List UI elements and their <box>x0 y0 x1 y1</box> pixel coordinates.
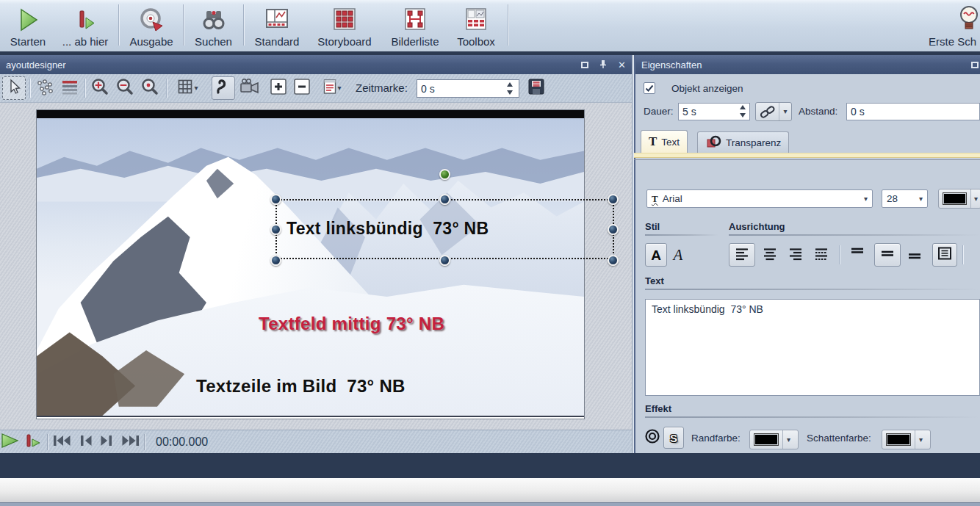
restore-icon[interactable] <box>581 62 588 68</box>
timemark-list-button[interactable]: ▾ <box>317 76 347 100</box>
schattenfarbe-color-button[interactable]: ▾ <box>882 430 931 449</box>
restore-icon[interactable] <box>971 62 979 68</box>
close-icon[interactable]: ✕ <box>618 61 626 69</box>
node-edit-button[interactable] <box>33 76 57 100</box>
align-left-button[interactable] <box>729 243 755 267</box>
next-frame-button[interactable] <box>100 435 113 449</box>
grid-settings-button[interactable]: ▾ <box>170 76 204 100</box>
shadow-effect-button[interactable]: S <box>663 427 684 449</box>
playback-bar: 00:00.000 <box>0 430 632 453</box>
zeitmarke-input[interactable] <box>417 79 519 98</box>
app-window: Starten ... ab hier Ausgabe Suchen <box>0 0 980 506</box>
storyboard-view-button[interactable]: Storyboard <box>309 1 380 50</box>
valign-middle-icon <box>879 246 896 264</box>
resize-handle-top-left[interactable] <box>270 194 281 205</box>
toolbox-icon <box>463 4 489 35</box>
resize-handle-middle-right[interactable] <box>608 224 619 235</box>
chevron-down-icon[interactable]: ▾ <box>782 430 794 449</box>
tab-transparenz[interactable]: Transparenz <box>697 131 789 153</box>
font-family-select[interactable]: T Arial ▾ <box>646 189 873 208</box>
resize-handle-bottom-right[interactable] <box>608 255 619 266</box>
resize-handle-bottom-left[interactable] <box>270 255 281 266</box>
toolbox-view-button[interactable]: Toolbox <box>449 1 503 50</box>
list-lines-icon <box>60 78 79 98</box>
valign-middle-button[interactable] <box>874 243 901 267</box>
italic-button[interactable]: A <box>669 243 688 267</box>
check-icon <box>645 84 654 93</box>
bilderliste-view-button[interactable]: Bilderliste <box>381 1 449 50</box>
abstand-input[interactable] <box>846 103 980 120</box>
canvas-text-object-bottom[interactable]: Textzeile im Bild 73° NB <box>196 376 406 397</box>
object-list-button[interactable] <box>58 76 82 100</box>
toolbar-separator <box>243 4 245 46</box>
play-from-here-button[interactable] <box>25 433 43 452</box>
erste-schritte-button[interactable]: Erste Sch <box>929 1 980 50</box>
toolbar-separator <box>508 4 509 46</box>
previous-frame-button[interactable] <box>79 435 93 449</box>
valign-bottom-button[interactable] <box>903 243 926 267</box>
remove-button[interactable] <box>291 76 313 100</box>
rotate-handle[interactable] <box>439 169 450 180</box>
text-content-textarea[interactable]: Text linksbündig 73° NB <box>645 299 980 396</box>
resize-handle-middle-left[interactable] <box>270 224 281 235</box>
fit-frame-icon <box>937 246 953 264</box>
align-right-icon <box>788 246 804 264</box>
pin-icon[interactable] <box>599 59 607 70</box>
ab-hier-label: ... ab hier <box>62 35 109 48</box>
skip-end-button[interactable] <box>120 435 140 449</box>
motion-path-button[interactable] <box>212 76 235 100</box>
standard-view-button[interactable]: Standard <box>248 1 306 50</box>
resize-handle-top-center[interactable] <box>439 194 450 205</box>
chevron-down-icon[interactable]: ▾ <box>915 430 926 449</box>
toolbox-label: Toolbox <box>457 35 495 48</box>
fit-frame-button[interactable] <box>932 243 957 267</box>
zeitmarke-spinner[interactable] <box>505 81 514 96</box>
cursor-icon <box>5 78 23 98</box>
align-center-button[interactable] <box>757 243 782 267</box>
curve-icon <box>214 77 233 99</box>
properties-titlebar: Eigenschaften <box>635 55 980 74</box>
resize-handle-bottom-center[interactable] <box>439 255 450 266</box>
ausgabe-button[interactable]: Ausgabe <box>123 1 180 50</box>
add-button[interactable] <box>267 76 289 100</box>
erste-schritte-label: Erste Sch <box>929 35 976 48</box>
disc-icon <box>138 4 165 35</box>
objekt-anzeigen-checkbox[interactable] <box>644 82 655 94</box>
chevron-down-icon[interactable]: ▾ <box>779 103 791 120</box>
ab-hier-button[interactable]: ... ab hier <box>56 1 115 50</box>
camera-pan-button[interactable] <box>237 76 263 100</box>
font-color-button[interactable]: ▾ <box>938 189 980 209</box>
suchen-button[interactable]: Suchen <box>187 1 240 50</box>
main-toolbar: Starten ... ab hier Ausgabe Suchen <box>0 0 980 51</box>
ausgabe-label: Ausgabe <box>129 35 173 48</box>
tab-text[interactable]: T Text <box>641 130 688 153</box>
zoom-reset-button[interactable] <box>138 76 162 100</box>
selection-box[interactable] <box>275 199 614 259</box>
zoom-in-button[interactable] <box>88 76 112 100</box>
chevron-down-icon[interactable]: ▾ <box>970 189 980 208</box>
skip-start-button[interactable] <box>53 435 72 449</box>
play-button[interactable] <box>1 433 19 452</box>
slide-image[interactable]: Text linksbündig 73° NB Textfeld mittig … <box>37 110 584 419</box>
mountain-photo[interactable]: Text linksbündig 73° NB Textfeld mittig … <box>37 118 584 417</box>
randfarbe-color-button[interactable]: ▾ <box>749 430 799 449</box>
align-right-button[interactable] <box>783 243 807 267</box>
camera-icon <box>239 78 260 98</box>
save-timemark-button[interactable] <box>525 76 548 100</box>
outline-effect-button[interactable] <box>642 427 663 449</box>
font-size-select[interactable]: 28 ▾ <box>882 189 928 208</box>
starten-button[interactable]: Starten <box>1 1 54 50</box>
link-duration-button[interactable]: ▾ <box>755 102 792 121</box>
select-tool-button[interactable] <box>2 76 26 100</box>
designer-canvas[interactable]: Text linksbündig 73° NB Textfeld mittig … <box>0 103 632 430</box>
canvas-text-object-middle[interactable]: Textfeld mittig 73° NB <box>259 314 444 334</box>
bold-button[interactable]: A <box>645 243 667 267</box>
dauer-spinner[interactable] <box>738 104 747 119</box>
tab-divider <box>634 159 980 160</box>
align-justify-button[interactable] <box>809 243 833 267</box>
play-from-here-icon <box>73 4 98 35</box>
zoom-out-button[interactable] <box>113 76 137 100</box>
play-icon <box>15 4 40 35</box>
valign-top-button[interactable] <box>845 243 870 267</box>
resize-handle-top-right[interactable] <box>608 194 619 205</box>
